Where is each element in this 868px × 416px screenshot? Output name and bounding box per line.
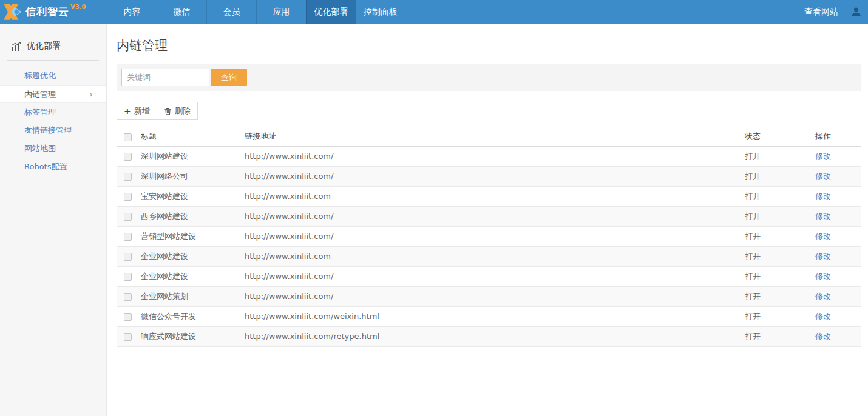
link-title: 宝安网站建设 — [141, 186, 245, 206]
column-header-status: 状态 — [745, 127, 815, 146]
link-title: 西乡网站建设 — [141, 206, 245, 226]
link-title: 企业网站策划 — [141, 286, 245, 306]
topbar: 信利智云 V3.0 内容 微信 会员 应用 优化部署 控制面板 查看网站 — [0, 0, 868, 24]
sidebar-item-sitemap[interactable]: 网站地图 — [0, 139, 106, 158]
version-badge: V3.0 — [70, 4, 86, 10]
edit-link[interactable]: 修改 — [815, 332, 831, 341]
table-row: 深圳网站建设 http://www.xinliit.com/ 打开 修改 — [117, 146, 861, 166]
link-url: http://www.xinliit.com/ — [245, 206, 745, 226]
row-checkbox[interactable] — [124, 313, 132, 321]
row-checkbox[interactable] — [124, 273, 132, 281]
column-header-url: 链接地址 — [245, 127, 745, 146]
sidebar-item-tag-management[interactable]: 标签管理 — [0, 103, 106, 121]
link-status: 打开 — [745, 286, 815, 306]
edit-link[interactable]: 修改 — [815, 172, 831, 181]
link-status: 打开 — [745, 266, 815, 286]
table-row: 企业网站策划 http://www.xinliit.com/ 打开 修改 — [117, 286, 861, 306]
table-row: 响应式网站建设 http://www.xinliit.com/retype.ht… — [117, 326, 861, 346]
link-status: 打开 — [745, 186, 815, 206]
edit-link[interactable]: 修改 — [815, 212, 831, 221]
sidebar-item-title-optimization[interactable]: 标题优化 — [0, 67, 106, 85]
user-icon[interactable] — [850, 6, 862, 18]
edit-link[interactable]: 修改 — [815, 252, 831, 261]
top-navigation: 内容 微信 会员 应用 优化部署 控制面板 — [107, 0, 405, 24]
nav-item-seo-deploy[interactable]: 优化部署 — [306, 0, 356, 24]
row-checkbox[interactable] — [124, 173, 132, 181]
nav-item-wechat[interactable]: 微信 — [157, 0, 206, 24]
link-status: 打开 — [745, 246, 815, 266]
link-status: 打开 — [745, 206, 815, 226]
row-checkbox[interactable] — [124, 213, 132, 221]
link-url: http://www.xinliit.com/ — [245, 146, 745, 166]
link-url: http://www.xinliit.com/ — [245, 226, 745, 246]
page-title: 内链管理 — [117, 37, 861, 54]
link-url: http://www.xinliit.com/weixin.html — [245, 306, 745, 326]
search-button[interactable]: 查询 — [211, 69, 247, 86]
table-row: 西乡网站建设 http://www.xinliit.com/ 打开 修改 — [117, 206, 861, 226]
edit-link[interactable]: 修改 — [815, 292, 831, 301]
row-checkbox[interactable] — [124, 193, 132, 201]
edit-link[interactable]: 修改 — [815, 272, 831, 281]
sidebar-item-friend-links[interactable]: 友情链接管理 — [0, 121, 106, 139]
link-url: http://www.xinliit.com — [245, 246, 745, 266]
logo-icon — [4, 4, 22, 20]
row-checkbox[interactable] — [124, 253, 132, 261]
plus-icon: + — [124, 107, 131, 115]
keyword-input[interactable] — [121, 69, 209, 86]
link-status: 打开 — [745, 226, 815, 246]
view-site-link[interactable]: 查看网站 — [804, 7, 838, 18]
delete-button[interactable]: 删除 — [157, 102, 198, 120]
link-url: http://www.xinliit.com/ — [245, 166, 745, 186]
app-logo[interactable]: 信利智云 V3.0 — [0, 0, 107, 24]
link-title: 企业网站建设 — [141, 246, 245, 266]
link-status: 打开 — [745, 166, 815, 186]
edit-link[interactable]: 修改 — [815, 152, 831, 161]
sidebar-menu: 标题优化 内链管理 › 标签管理 友情链接管理 网站地图 Robots配置 — [0, 67, 106, 176]
brand-name: 信利智云 — [25, 5, 69, 19]
table-row: 企业网站建设 http://www.xinliit.com/ 打开 修改 — [117, 266, 861, 286]
sidebar-section-header[interactable]: 优化部署 — [0, 41, 106, 52]
edit-link[interactable]: 修改 — [815, 312, 831, 321]
link-status: 打开 — [745, 326, 815, 346]
link-title: 深圳网站建设 — [141, 146, 245, 166]
trash-icon — [164, 107, 172, 115]
table-toolbar: + 新增 删除 — [117, 102, 198, 120]
sidebar-divider — [7, 60, 99, 61]
table-row: 深圳网络公司 http://www.xinliit.com/ 打开 修改 — [117, 166, 861, 186]
link-title: 深圳网络公司 — [141, 166, 245, 186]
internal-links-table: 标题 链接地址 状态 操作 深圳网站建设 http://www.xinliit.… — [117, 127, 861, 347]
row-checkbox[interactable] — [124, 153, 132, 161]
table-row: 微信公众号开发 http://www.xinliit.com/weixin.ht… — [117, 306, 861, 326]
column-header-title: 标题 — [141, 127, 245, 146]
edit-link[interactable]: 修改 — [815, 192, 831, 201]
link-title: 微信公众号开发 — [141, 306, 245, 326]
link-url: http://www.xinliit.com — [245, 186, 745, 206]
sidebar: 优化部署 标题优化 内链管理 › 标签管理 友情链接管理 网站地图 Robots… — [0, 24, 107, 416]
nav-item-apps[interactable]: 应用 — [256, 0, 306, 24]
main-content: 内链管理 查询 + 新增 删除 — [107, 24, 868, 416]
edit-link[interactable]: 修改 — [815, 232, 831, 241]
column-header-action: 操作 — [815, 127, 861, 146]
link-title: 营销型网站建设 — [141, 226, 245, 246]
table-row: 企业网站建设 http://www.xinliit.com 打开 修改 — [117, 246, 861, 266]
table-header-row: 标题 链接地址 状态 操作 — [117, 127, 861, 146]
link-title: 响应式网站建设 — [141, 326, 245, 346]
select-all-checkbox[interactable] — [124, 133, 132, 141]
nav-item-members[interactable]: 会员 — [206, 0, 256, 24]
search-bar: 查询 — [117, 64, 861, 91]
link-url: http://www.xinliit.com/ — [245, 286, 745, 306]
row-checkbox[interactable] — [124, 293, 132, 301]
link-title: 企业网站建设 — [141, 266, 245, 286]
table-row: 营销型网站建设 http://www.xinliit.com/ 打开 修改 — [117, 226, 861, 246]
add-button[interactable]: + 新增 — [117, 102, 157, 120]
topbar-right: 查看网站 — [804, 0, 868, 24]
nav-item-control-panel[interactable]: 控制面板 — [356, 0, 405, 24]
link-url: http://www.xinliit.com/retype.html — [245, 326, 745, 346]
sidebar-item-internal-link-management[interactable]: 内链管理 › — [0, 85, 106, 103]
row-checkbox[interactable] — [124, 233, 132, 241]
nav-item-content[interactable]: 内容 — [107, 0, 157, 24]
link-status: 打开 — [745, 306, 815, 326]
sidebar-item-robots-config[interactable]: Robots配置 — [0, 158, 106, 176]
table-row: 宝安网站建设 http://www.xinliit.com 打开 修改 — [117, 186, 861, 206]
row-checkbox[interactable] — [124, 333, 132, 341]
